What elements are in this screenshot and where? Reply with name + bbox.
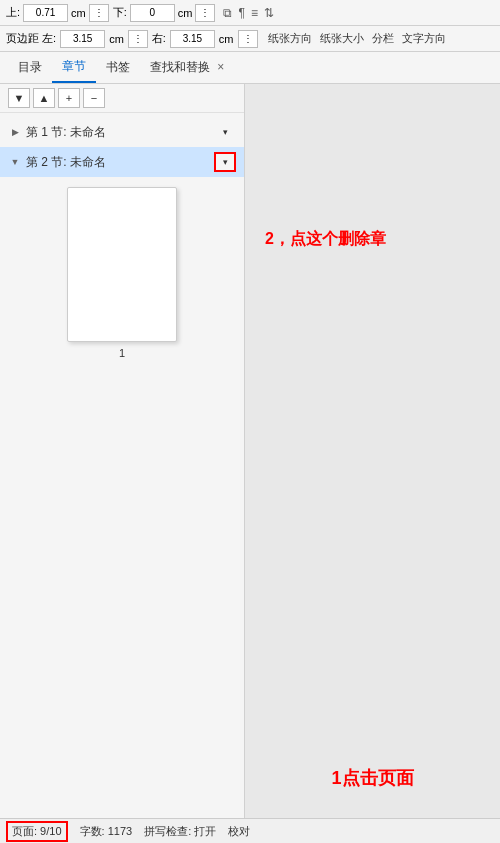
main-layout: ▼ ▲ + − ▶ 第 1 节: 未命名 ▾ ▼ 第 2 节: 未命名 ▾	[0, 84, 500, 840]
status-bar: 页面: 9/10 字数: 1173 拼写检查: 打开 校对	[0, 818, 500, 843]
top-unit: cm	[71, 7, 86, 19]
top-input[interactable]	[23, 4, 68, 22]
left-panel: ▼ ▲ + − ▶ 第 1 节: 未命名 ▾ ▼ 第 2 节: 未命名 ▾	[0, 84, 245, 840]
margin-toolbar: 上: cm ⋮ 下: cm ⋮ ⧉ ¶ ≡ ⇅	[0, 0, 500, 26]
text-direction-btn[interactable]: 文字方向	[402, 31, 446, 46]
sort-icon: ⇅	[264, 6, 274, 20]
chapter-item-2[interactable]: ▼ 第 2 节: 未命名 ▾	[0, 147, 244, 177]
proofread[interactable]: 校对	[228, 824, 250, 839]
page-margin-toolbar: 页边距 左: cm ⋮ 右: cm ⋮ 纸张方向 纸张大小 分栏 文字方向	[0, 26, 500, 52]
add-btn[interactable]: +	[58, 88, 80, 108]
left-unit: cm	[109, 33, 124, 45]
page-info[interactable]: 页面: 9/10	[6, 821, 68, 842]
right-label: 右:	[152, 31, 166, 46]
dropdown-arrow-2: ▾	[223, 157, 228, 167]
spell-check[interactable]: 拼写检查: 打开	[144, 824, 216, 839]
annotation-bottom: 1点击页面	[331, 766, 413, 790]
paragraph-icon: ¶	[238, 6, 244, 20]
left-spinner[interactable]: ⋮	[128, 30, 148, 48]
chapter-label-1: 第 1 节: 未命名	[26, 124, 210, 141]
tab-find-replace[interactable]: 查找和替换 ×	[140, 53, 234, 82]
tab-chapters[interactable]: 章节	[52, 52, 96, 83]
tab-bookmarks[interactable]: 书签	[96, 53, 140, 82]
chapter-label-2: 第 2 节: 未命名	[26, 154, 210, 171]
chapter-list: ▶ 第 1 节: 未命名 ▾ ▼ 第 2 节: 未命名 ▾ 1	[0, 113, 244, 840]
expand-icon-2: ▼	[8, 155, 22, 169]
top-margin-group: 上: cm ⋮	[6, 4, 109, 22]
chapter-dropdown-2[interactable]: ▾	[214, 152, 236, 172]
remove-btn[interactable]: −	[83, 88, 105, 108]
align-icon: ≡	[251, 6, 258, 20]
chapter-dropdown-1[interactable]: ▾	[214, 122, 236, 142]
bottom-label: 下:	[113, 5, 127, 20]
close-tab-icon[interactable]: ×	[217, 60, 224, 74]
bottom-margin-group: 下: cm ⋮	[113, 4, 216, 22]
right-area: 2，点这个删除章 1点击页面	[245, 84, 500, 840]
panel-toolbar: ▼ ▲ + −	[0, 84, 244, 113]
page-number: 1	[119, 347, 125, 359]
paper-size-btn[interactable]: 纸张大小	[320, 31, 364, 46]
page-thumbnail[interactable]	[67, 187, 177, 342]
page-margin-label: 页边距 左:	[6, 31, 56, 46]
right-spinner[interactable]: ⋮	[238, 30, 258, 48]
dropdown-arrow-1: ▾	[223, 127, 228, 137]
top-label: 上:	[6, 5, 20, 20]
nav-tabs: 目录 章节 书签 查找和替换 ×	[0, 52, 500, 84]
expand-icon-1: ▶	[8, 125, 22, 139]
columns-btn[interactable]: 分栏	[372, 31, 394, 46]
right-unit: cm	[219, 33, 234, 45]
chapter-item-1[interactable]: ▶ 第 1 节: 未命名 ▾	[0, 117, 244, 147]
bottom-unit: cm	[178, 7, 193, 19]
word-count: 字数: 1173	[80, 824, 133, 839]
move-up-btn[interactable]: ▲	[33, 88, 55, 108]
paper-direction-btn[interactable]: 纸张方向	[268, 31, 312, 46]
copy-icon: ⧉	[223, 6, 232, 20]
tab-toc[interactable]: 目录	[8, 53, 52, 82]
top-spinner[interactable]: ⋮	[89, 4, 109, 22]
right-input[interactable]	[170, 30, 215, 48]
bottom-input[interactable]	[130, 4, 175, 22]
annotation-right: 2，点这个删除章	[265, 229, 386, 250]
left-input[interactable]	[60, 30, 105, 48]
thumbnail-area: 1	[0, 177, 244, 369]
move-down-btn[interactable]: ▼	[8, 88, 30, 108]
bottom-spinner[interactable]: ⋮	[195, 4, 215, 22]
